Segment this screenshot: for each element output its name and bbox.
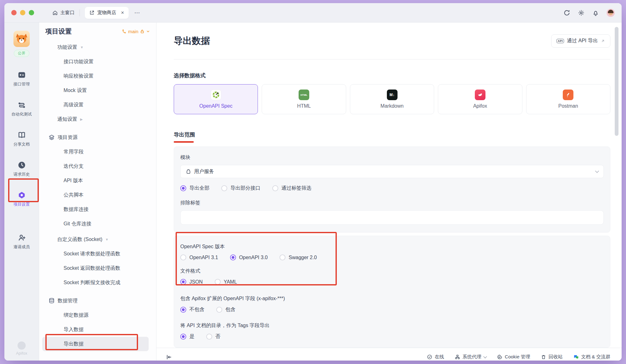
- format-card-html[interactable]: HTML HTML: [262, 84, 346, 114]
- sidebar-item-data-management[interactable]: 数据管理: [42, 294, 149, 308]
- settings-gear-icon[interactable]: [578, 9, 585, 16]
- status-online[interactable]: 在线: [427, 354, 444, 360]
- radio-openapi-30[interactable]: OpenAPI 3.0: [230, 254, 268, 260]
- rail-item-api-management[interactable]: 接口管理: [13, 71, 30, 87]
- scope-section-label: 导出范围: [174, 131, 195, 138]
- format-card-apifox[interactable]: Apifox: [438, 84, 522, 114]
- status-system-proxy[interactable]: 系统代理: [455, 354, 486, 360]
- main-scrollbar[interactable]: [615, 27, 618, 136]
- tab-home-label: 主窗口: [60, 10, 74, 16]
- radio-filter-by-tags[interactable]: 通过标签筛选: [272, 185, 311, 192]
- sidebar-item-custom-functions-socket[interactable]: 自定义函数 (Socket)▼: [42, 232, 149, 247]
- radio-tags-yes[interactable]: 是: [180, 333, 194, 340]
- format-card-markdown[interactable]: M↓ Markdown: [350, 84, 434, 114]
- sidebar-item-common-fields[interactable]: 常用字段: [42, 145, 149, 159]
- openapi-options-panel: OpenAPI Spec 版本 OpenAPI 3.1 OpenAPI 3.0 …: [174, 236, 610, 348]
- tree-label: 高级设置: [64, 102, 84, 108]
- file-format-radio-group: JSON YAML: [180, 279, 604, 285]
- rail-item-project-settings[interactable]: 项目设置: [13, 191, 30, 207]
- tab-pet-store[interactable]: 宠物商店 ✕: [85, 7, 129, 19]
- radio-swagger-20[interactable]: Swagger 2.0: [280, 254, 317, 260]
- radio-exclude-extension[interactable]: 不包含: [180, 306, 204, 313]
- status-label: 系统代理: [463, 354, 481, 360]
- user-avatar[interactable]: [607, 9, 615, 17]
- sidebar-item-iteration-branches[interactable]: 迭代分支: [42, 159, 149, 173]
- sidebar-item-socket-packet-complete[interactable]: Socket 判断报文接收完成: [42, 275, 149, 290]
- radio-export-all[interactable]: 导出全部: [180, 185, 209, 192]
- apifox-footer-logo: [18, 341, 26, 350]
- tab-pet-store-label: 宠物商店: [97, 10, 116, 16]
- radio-include-extension[interactable]: 包含: [216, 306, 235, 313]
- project-logo[interactable]: [13, 31, 30, 47]
- sidebar-item-public-scripts[interactable]: 公共脚本: [42, 188, 149, 202]
- caret-down-icon: ▼: [80, 45, 84, 49]
- close-window-button[interactable]: [11, 10, 17, 15]
- branch-selector[interactable]: main: [122, 29, 150, 34]
- trash-icon: [541, 354, 546, 360]
- tree-label: 通知设置: [57, 116, 77, 123]
- radio-tags-no[interactable]: 否: [206, 333, 220, 340]
- chevron-down-icon: [146, 29, 150, 33]
- sidebar-item-api-versions[interactable]: API 版本: [42, 173, 149, 188]
- sidebar-item-socket-request-handler[interactable]: Socket 请求数据处理函数: [42, 247, 149, 261]
- page-title: 导出数据: [174, 35, 210, 47]
- tree-label: API 版本: [64, 177, 83, 184]
- radio-openapi-31[interactable]: OpenAPI 3.1: [180, 254, 218, 260]
- apifox-logo: [475, 90, 485, 100]
- more-tabs-button[interactable]: ⋯: [134, 9, 141, 16]
- format-card-postman[interactable]: Postman: [526, 84, 610, 114]
- export-data-page: 导出数据 API 通过 API 导出 选择数据格式 OpenAPI Spec: [156, 23, 622, 361]
- radio-circle: [180, 185, 186, 191]
- rail-item-invite-member[interactable]: 邀请成员: [13, 233, 30, 250]
- annotation-underline-scope: [174, 141, 194, 143]
- module-select[interactable]: 用户服务: [180, 165, 604, 178]
- sidebar-item-socket-response-handler[interactable]: Socket 返回数据处理函数: [42, 261, 149, 275]
- tree-label: 迭代分支: [64, 163, 84, 170]
- tree-label: Socket 返回数据处理函数: [64, 265, 120, 272]
- layers-icon: [49, 134, 55, 141]
- tags-export-radio-group: 是 否: [180, 333, 604, 340]
- rail-item-request-history[interactable]: 请求历史: [13, 161, 30, 177]
- tree-label: 响应校验设置: [64, 73, 94, 79]
- sidebar-item-export-data[interactable]: 导出数据: [42, 337, 149, 351]
- fox-logo-icon: [13, 31, 30, 47]
- sidebar-item-advanced-settings[interactable]: 高级设置: [42, 98, 149, 112]
- sidebar-item-import-data[interactable]: 导入数据: [42, 322, 149, 337]
- radio-yaml[interactable]: YAML: [215, 279, 237, 285]
- scope-panel: 模块 用户服务 导出全部 导出部分接口 通过标签筛选 排除标签: [174, 146, 610, 233]
- tab-close-icon[interactable]: ✕: [121, 10, 124, 15]
- radio-label: YAML: [224, 279, 237, 285]
- openapi-logo: [211, 90, 221, 100]
- tab-home[interactable]: 主窗口: [52, 10, 74, 16]
- sidebar-item-git-repo-connection[interactable]: Git 仓库连接: [42, 217, 149, 231]
- sidebar-item-feature-settings[interactable]: 功能设置▼: [42, 40, 149, 54]
- sidebar-item-database-connections[interactable]: 数据库连接: [42, 202, 149, 217]
- format-card-openapi-spec[interactable]: OpenAPI Spec: [174, 84, 258, 114]
- radio-json[interactable]: JSON: [180, 279, 203, 285]
- sidebar-item-bind-datasource[interactable]: 绑定数据源: [42, 308, 149, 322]
- refresh-icon[interactable]: [563, 9, 570, 16]
- tags-export-label: 将 API 文档的目录，作为 Tags 字段导出: [180, 322, 604, 329]
- rail-item-share-docs[interactable]: 分享文档: [13, 131, 30, 147]
- exclude-tags-input[interactable]: [180, 210, 604, 225]
- status-trash[interactable]: 回收站: [541, 354, 563, 360]
- status-cookie-manager[interactable]: Cookie 管理: [497, 354, 530, 360]
- minimize-window-button[interactable]: [20, 10, 25, 15]
- notifications-bell-icon[interactable]: [592, 9, 599, 16]
- sidebar-item-response-validation-settings[interactable]: 响应校验设置: [42, 69, 149, 83]
- collapse-sidebar-icon[interactable]: [166, 354, 172, 360]
- chevron-down-icon: [483, 355, 487, 358]
- automation-test-icon: [18, 101, 26, 109]
- radio-export-partial[interactable]: 导出部分接口: [221, 185, 260, 192]
- format-card-label: Apifox: [473, 103, 487, 109]
- sidebar-item-project-resources[interactable]: 项目资源: [42, 130, 149, 145]
- rail-item-automation-test[interactable]: 自动化测试: [12, 101, 32, 117]
- sidebar-item-notification-settings[interactable]: 通知设置▶: [42, 112, 149, 126]
- home-icon: [52, 10, 58, 16]
- sidebar-item-mock-settings[interactable]: Mock 设置: [42, 83, 149, 98]
- export-via-api-button[interactable]: API 通过 API 导出: [551, 34, 610, 48]
- zoom-window-button[interactable]: [29, 10, 34, 15]
- sidebar-item-api-feature-settings[interactable]: 接口功能设置: [42, 54, 149, 69]
- html-logo: HTML: [299, 90, 309, 100]
- status-docs-community[interactable]: 文档 & 交流群: [573, 354, 610, 360]
